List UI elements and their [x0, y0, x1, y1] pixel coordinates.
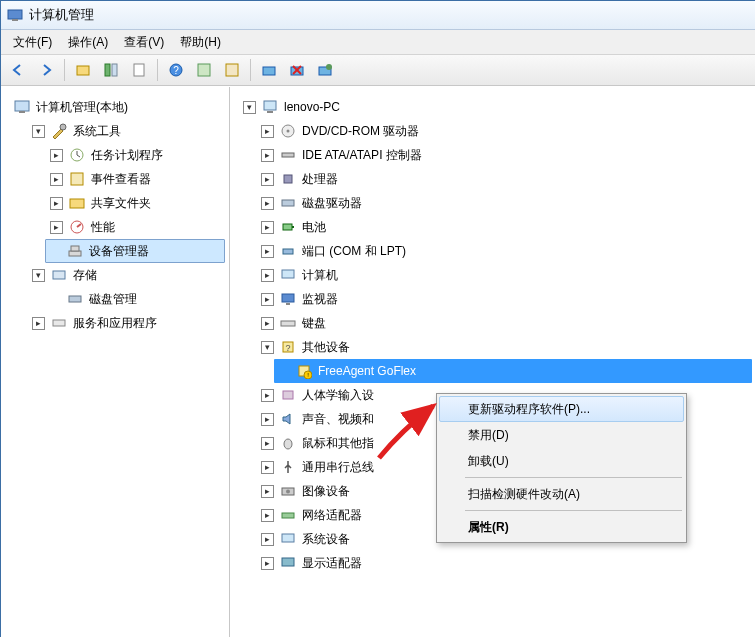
expand-toggle[interactable]: ▸ [32, 317, 45, 330]
collapse-toggle[interactable]: ▾ [32, 269, 45, 282]
cat-dvd[interactable]: ▸DVD/CD-ROM 驱动器 [256, 119, 752, 143]
menu-view[interactable]: 查看(V) [116, 32, 172, 53]
device-freeagent-goflex[interactable]: !FreeAgent GoFlex [274, 359, 752, 383]
export-button[interactable] [126, 57, 152, 83]
cat-battery[interactable]: ▸电池 [256, 215, 752, 239]
tree-performance[interactable]: ▸性能 [45, 215, 225, 239]
tree-services-apps[interactable]: ▸ 服务和应用程序 [27, 311, 225, 335]
label: 端口 (COM 和 LPT) [300, 243, 408, 260]
cat-computer[interactable]: ▸计算机 [256, 263, 752, 287]
clock-icon [69, 147, 85, 163]
expand-toggle[interactable]: ▸ [261, 245, 274, 258]
expand-toggle[interactable]: ▸ [261, 437, 274, 450]
label: 禁用(D) [468, 427, 509, 444]
ctx-disable[interactable]: 禁用(D) [439, 422, 684, 448]
uninstall-button[interactable] [284, 57, 310, 83]
tree-device-manager[interactable]: 设备管理器 [45, 239, 225, 263]
label: 事件查看器 [89, 171, 153, 188]
refresh-button[interactable] [219, 57, 245, 83]
update-driver-button[interactable] [312, 57, 338, 83]
show-console-button[interactable] [98, 57, 124, 83]
cat-disk[interactable]: ▸磁盘驱动器 [256, 191, 752, 215]
svg-point-48 [284, 439, 292, 449]
back-button[interactable] [5, 57, 31, 83]
collapse-toggle[interactable]: ▾ [243, 101, 256, 114]
collapse-toggle[interactable]: ▾ [261, 341, 274, 354]
menu-file[interactable]: 文件(F) [5, 32, 60, 53]
expand-toggle[interactable]: ▸ [261, 173, 274, 186]
cat-other-devices[interactable]: ▾?其他设备 [256, 335, 752, 359]
unknown-device-warn-icon: ! [296, 363, 312, 379]
expand-toggle[interactable]: ▸ [50, 149, 63, 162]
expand-toggle[interactable]: ▸ [261, 413, 274, 426]
ctx-uninstall[interactable]: 卸载(U) [439, 448, 684, 474]
svg-rect-8 [198, 64, 210, 76]
expand-toggle[interactable]: ▸ [261, 509, 274, 522]
expand-toggle[interactable]: ▸ [50, 173, 63, 186]
tree-task-scheduler[interactable]: ▸任务计划程序 [45, 143, 225, 167]
ide-icon [280, 147, 296, 163]
device-root[interactable]: ▾ lenovo-PC [238, 95, 752, 119]
event-icon [69, 171, 85, 187]
left-pane[interactable]: 计算机管理(本地) ▾ 系统工具 ▸任务计划程序 ▸事件查看器 [1, 87, 230, 637]
expand-toggle[interactable]: ▸ [50, 197, 63, 210]
cat-monitor[interactable]: ▸监视器 [256, 287, 752, 311]
tree-storage[interactable]: ▾ 存储 [27, 263, 225, 287]
ctx-scan-hardware[interactable]: 扫描检测硬件改动(A) [439, 481, 684, 507]
expand-toggle[interactable]: ▸ [261, 485, 274, 498]
expand-toggle[interactable]: ▸ [261, 125, 274, 138]
expand-toggle[interactable]: ▸ [50, 221, 63, 234]
cat-ports[interactable]: ▸端口 (COM 和 LPT) [256, 239, 752, 263]
label: 键盘 [300, 315, 328, 332]
cat-ide[interactable]: ▸IDE ATA/ATAPI 控制器 [256, 143, 752, 167]
label: 处理器 [300, 171, 340, 188]
expand-toggle[interactable]: ▸ [261, 533, 274, 546]
context-menu: 更新驱动程序软件(P)... 禁用(D) 卸载(U) 扫描检测硬件改动(A) 属… [436, 393, 687, 543]
svg-point-15 [326, 64, 332, 70]
svg-rect-20 [71, 173, 83, 185]
disk-icon [280, 195, 296, 211]
port-icon [280, 243, 296, 259]
up-button[interactable] [70, 57, 96, 83]
svg-rect-32 [282, 153, 294, 157]
tree-root-local[interactable]: 计算机管理(本地) [9, 95, 225, 119]
tree-system-tools[interactable]: ▾ 系统工具 [27, 119, 225, 143]
expand-toggle[interactable]: ▸ [261, 269, 274, 282]
expand-toggle[interactable]: ▸ [261, 149, 274, 162]
label: 存储 [71, 267, 99, 284]
svg-rect-3 [105, 64, 110, 76]
tree-shared-folders[interactable]: ▸共享文件夹 [45, 191, 225, 215]
perf-icon [69, 219, 85, 235]
expand-toggle[interactable]: ▸ [261, 557, 274, 570]
optical-drive-icon [280, 123, 296, 139]
expand-toggle[interactable]: ▸ [261, 293, 274, 306]
right-pane[interactable]: ▾ lenovo-PC ▸DVD/CD-ROM 驱动器 ▸IDE ATA/ATA… [230, 87, 755, 637]
svg-rect-36 [292, 226, 294, 228]
cat-keyboard[interactable]: ▸键盘 [256, 311, 752, 335]
scan-hardware-button[interactable] [256, 57, 282, 83]
label: 任务计划程序 [89, 147, 165, 164]
ctx-properties[interactable]: 属性(R) [439, 514, 684, 540]
forward-button[interactable] [33, 57, 59, 83]
expand-toggle[interactable]: ▸ [261, 197, 274, 210]
collapse-toggle[interactable]: ▾ [32, 125, 45, 138]
expand-toggle[interactable]: ▸ [261, 317, 274, 330]
cat-display[interactable]: ▸显示适配器 [256, 551, 752, 575]
cat-cpu[interactable]: ▸处理器 [256, 167, 752, 191]
separator [64, 59, 65, 81]
menu-help[interactable]: 帮助(H) [172, 32, 229, 53]
label: 服务和应用程序 [71, 315, 159, 332]
expand-toggle[interactable]: ▸ [261, 221, 274, 234]
label: 系统设备 [300, 531, 352, 548]
svg-rect-27 [53, 320, 65, 326]
ctx-update-driver[interactable]: 更新驱动程序软件(P)... [439, 396, 684, 422]
label: 显示适配器 [300, 555, 364, 572]
menu-action[interactable]: 操作(A) [60, 32, 116, 53]
titlebar[interactable]: 计算机管理 [1, 1, 755, 30]
help-button[interactable]: ? [163, 57, 189, 83]
expand-toggle[interactable]: ▸ [261, 461, 274, 474]
expand-toggle[interactable]: ▸ [261, 389, 274, 402]
tree-event-viewer[interactable]: ▸事件查看器 [45, 167, 225, 191]
properties-button[interactable] [191, 57, 217, 83]
tree-disk-mgmt[interactable]: 磁盘管理 [45, 287, 225, 311]
